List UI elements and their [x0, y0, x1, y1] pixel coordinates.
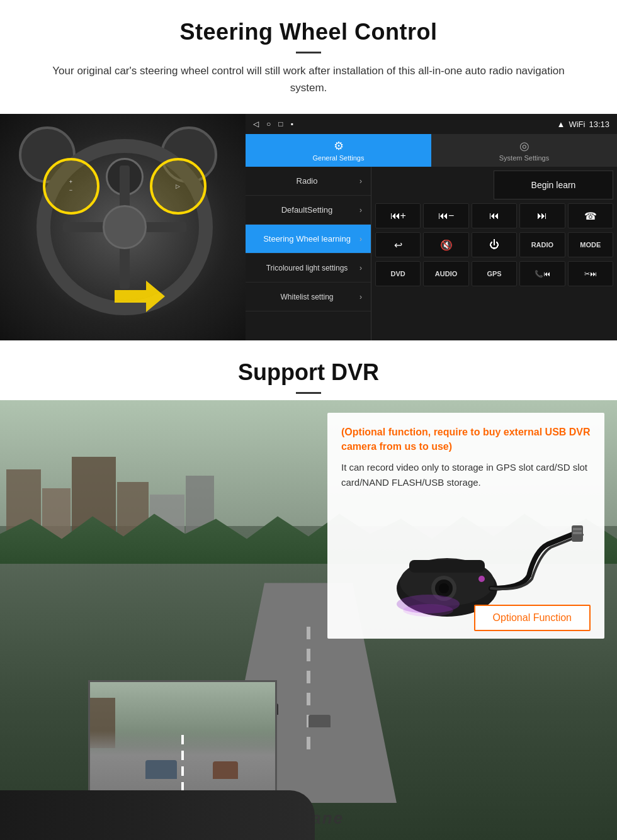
- nav-home-icon[interactable]: ○: [266, 120, 271, 128]
- empty-space: [375, 171, 494, 199]
- car-dashboard-bottom: [0, 790, 315, 840]
- call-prev-button[interactable]: 📞⏮: [519, 261, 565, 286]
- begin-learn-button[interactable]: Begin learn: [494, 171, 613, 199]
- phone-button[interactable]: ☎: [568, 203, 613, 228]
- dvr-divider: [296, 392, 321, 394]
- svg-point-6: [439, 583, 449, 593]
- dvr-title-area: Support DVR: [0, 340, 617, 400]
- dvr-optional-text: (Optional function, require to buy exter…: [341, 425, 591, 454]
- svg-rect-10: [573, 532, 582, 534]
- dvr-description: It can record video only to storage in G…: [341, 460, 591, 490]
- title-divider: [296, 52, 321, 53]
- gps-button[interactable]: GPS: [472, 261, 517, 286]
- dvr-title: Support DVR: [38, 359, 579, 386]
- svg-rect-3: [409, 560, 485, 573]
- menu-item-default[interactable]: DefaultSetting ›: [246, 196, 371, 225]
- wifi-icon: WiFi: [569, 120, 585, 129]
- road-lines: [307, 627, 310, 759]
- chevron-icon: ›: [359, 177, 362, 186]
- menu-steering-label: Steering Wheel learning: [254, 234, 359, 244]
- tab-system-label: System Settings: [499, 154, 549, 162]
- android-content: Radio › DefaultSetting › Steering Wheel …: [246, 167, 617, 340]
- svg-point-12: [403, 604, 453, 617]
- next-track-button[interactable]: ⏭: [519, 203, 565, 228]
- car-2: [308, 715, 331, 727]
- chevron-icon: ›: [359, 293, 362, 301]
- menu-item-whitelist[interactable]: Whitelist setting ›: [246, 283, 371, 311]
- steering-section: Steering Wheel Control Your original car…: [0, 0, 617, 340]
- steering-image-area: +− ▷ ◁ ○ □: [0, 114, 617, 340]
- controls-row-2: ↩ 🔇 ⏻ RADIO MODE: [375, 232, 613, 257]
- gear-icon: ⚙: [334, 139, 344, 153]
- statusbar-info: ▲ WiFi 13:13: [557, 120, 609, 129]
- begin-learn-row: Begin learn: [375, 171, 613, 199]
- android-statusbar: ◁ ○ □ ▪ ▲ WiFi 13:13: [246, 114, 617, 134]
- controls-row-1: ⏮+ ⏮− ⏮ ⏭ ☎: [375, 203, 613, 228]
- dvr-section: Support DVR: [0, 340, 617, 840]
- menu-item-tricolour[interactable]: Tricoloured light settings ›: [246, 254, 371, 283]
- mode-button[interactable]: MODE: [568, 232, 613, 257]
- menu-default-label: DefaultSetting: [254, 205, 359, 215]
- vol-down-prev-button[interactable]: ⏮−: [423, 203, 468, 228]
- chevron-icon: ›: [359, 206, 362, 215]
- chevron-icon: ›: [359, 264, 362, 272]
- menu-item-steering[interactable]: Steering Wheel learning ›: [246, 225, 371, 254]
- nav-menu-icon[interactable]: ▪: [291, 120, 293, 128]
- inset-road-lines: [181, 735, 184, 798]
- android-ui-panel: ◁ ○ □ ▪ ▲ WiFi 13:13 ⚙ General Settings: [246, 114, 617, 340]
- time-display: 13:13: [589, 120, 609, 129]
- inset-car-2: [213, 761, 238, 779]
- tab-general-settings[interactable]: ⚙ General Settings: [246, 134, 431, 167]
- svg-point-7: [478, 576, 485, 582]
- steering-controls-panel: Begin learn ⏮+ ⏮− ⏮ ⏭ ☎ ↩ 🔇 ⏻: [371, 167, 617, 340]
- menu-tricolour-label: Tricoloured light settings: [254, 264, 359, 272]
- menu-item-radio[interactable]: Radio ›: [246, 167, 371, 196]
- cut-next-button[interactable]: ✂⏭: [568, 261, 613, 286]
- prev-track-button[interactable]: ⏮: [472, 203, 517, 228]
- svg-marker-0: [115, 281, 165, 312]
- menu-whitelist-label: Whitelist setting: [254, 293, 359, 301]
- dvd-button[interactable]: DVD: [375, 261, 421, 286]
- steering-wheel-image: +− ▷: [0, 114, 249, 340]
- steering-title-area: Steering Wheel Control Your original car…: [0, 0, 617, 103]
- nav-square-icon[interactable]: □: [278, 120, 283, 128]
- dvr-info-card: (Optional function, require to buy exter…: [327, 413, 604, 639]
- settings-menu: Radio › DefaultSetting › Steering Wheel …: [246, 167, 371, 340]
- audio-button[interactable]: AUDIO: [423, 261, 468, 286]
- steering-title: Steering Wheel Control: [38, 19, 579, 45]
- tab-system-settings[interactable]: ◎ System Settings: [431, 134, 617, 167]
- nav-back-icon[interactable]: ◁: [253, 120, 259, 128]
- menu-radio-label: Radio: [254, 176, 359, 186]
- settings-icon: ◎: [519, 139, 529, 153]
- svg-rect-9: [573, 528, 582, 530]
- left-controls-highlight: +−: [43, 158, 99, 215]
- signal-icon: ▲: [557, 120, 565, 129]
- tab-general-label: General Settings: [313, 154, 365, 162]
- statusbar-nav: ◁ ○ □ ▪: [253, 120, 293, 128]
- steering-subtitle: Your original car's steering wheel contr…: [50, 62, 567, 96]
- settings-tabs: ⚙ General Settings ◎ System Settings: [246, 134, 617, 167]
- dvr-inset-view: [88, 680, 277, 806]
- controls-row-3: DVD AUDIO GPS 📞⏮ ✂⏭: [375, 261, 613, 286]
- power-button[interactable]: ⏻: [472, 232, 517, 257]
- chevron-icon: ›: [359, 235, 362, 244]
- right-controls-highlight: ▷: [150, 158, 207, 215]
- steering-arrow: [115, 277, 165, 315]
- wheel-hub: [103, 205, 147, 249]
- mute-button[interactable]: 🔇: [423, 232, 468, 257]
- dvr-image-area: Seicane (Optional function, require to b…: [0, 400, 617, 840]
- vol-up-prev-button[interactable]: ⏮+: [375, 203, 421, 228]
- inset-car: [145, 760, 177, 779]
- back-button[interactable]: ↩: [375, 232, 421, 257]
- radio-button[interactable]: RADIO: [519, 232, 565, 257]
- optional-function-button[interactable]: Optional Function: [474, 605, 591, 631]
